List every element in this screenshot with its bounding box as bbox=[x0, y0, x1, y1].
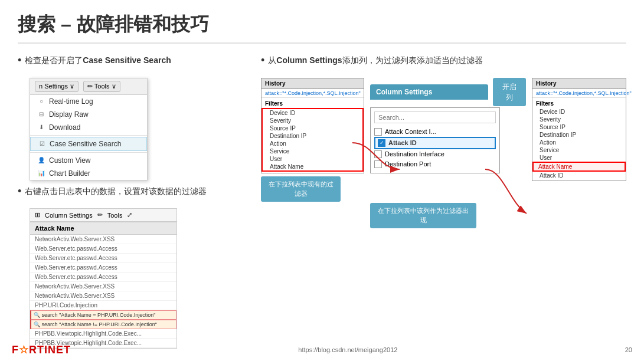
tools-label: Tools bbox=[107, 212, 123, 219]
annotation1-text: 在下拉列表中现有的过滤器 bbox=[269, 180, 334, 198]
col-settings-title-text: Column Settings bbox=[376, 88, 432, 96]
right-filters-label: Filters bbox=[532, 99, 626, 108]
bullet2-text: 右键点击日志表中的数据，设置对该数据的过滤器 bbox=[25, 186, 207, 196]
annotation-filters: 在下拉列表中现有的过滤器 bbox=[261, 176, 341, 202]
menu-item-download[interactable]: ⬇ Download bbox=[30, 121, 147, 134]
bullet-text-2: 右键点击日志表中的数据，设置对该数据的过滤器 bbox=[25, 185, 207, 198]
footer: F☆RTINET https://blog.csdn.net/meigang20… bbox=[0, 343, 644, 356]
checkbox-label-attackid: Attack ID bbox=[388, 139, 417, 146]
rf-attack-name: Attack Name bbox=[532, 162, 626, 172]
annotation-col-filter: 在下拉列表中该列作为过滤器出现 bbox=[370, 203, 476, 228]
rb-bold: Column Settings bbox=[276, 55, 342, 65]
bullet-1: • 检查是否开启了Case Sensitive Search bbox=[18, 54, 243, 67]
col-settings-header-row: Column Settings 开启列 bbox=[370, 78, 526, 106]
footer-logo: F☆RTINET bbox=[12, 343, 71, 356]
right-history-panel: History attack="*.Code.Injection,*.SQL.I… bbox=[532, 78, 626, 181]
table-row: PHPBB.Viewtopic.Highlight.Code.Exec... bbox=[30, 329, 176, 339]
checkbox-label: Attack Context I... bbox=[385, 128, 436, 135]
checkbox-dest-interface: Destination Interface bbox=[374, 149, 496, 159]
bullet1-prefix: 检查是否开启了 bbox=[25, 55, 83, 65]
bullet1-bold: Case Sensitive Search bbox=[83, 55, 171, 65]
checkbox-icon2[interactable] bbox=[374, 150, 382, 158]
table-row: NetworkActiv.Web.Server.XSS bbox=[30, 235, 176, 244]
settings-btn-label: n Settings ∨ bbox=[39, 83, 74, 90]
table-row: Web.Server.etc.passwd.Access bbox=[30, 273, 176, 282]
expand-icon: ⤢ bbox=[127, 211, 132, 219]
checkbox-icon: ☑ bbox=[38, 140, 46, 148]
col-settings-bar: ⊞ Column Settings ✏ Tools ⤢ bbox=[30, 208, 177, 222]
right-history-header: History bbox=[532, 78, 626, 89]
bullet-2: • 右键点击日志表中的数据，设置对该数据的过滤器 bbox=[18, 185, 243, 198]
col-settings-label: Column Settings bbox=[45, 212, 93, 219]
bullet-dot-2: • bbox=[18, 185, 21, 198]
col-settings-search[interactable] bbox=[374, 111, 496, 123]
menu-item-label: Custom View bbox=[49, 156, 90, 165]
filter-attack-name: Attack Name bbox=[263, 163, 362, 170]
realtime-icon: ○ bbox=[37, 97, 45, 106]
checkbox-label3: Destination Port bbox=[385, 160, 431, 168]
customview-icon: 👤 bbox=[37, 156, 45, 165]
menu-tools-btn[interactable]: ✏ Tools ∨ bbox=[83, 81, 120, 92]
checkbox-icon3[interactable] bbox=[374, 160, 382, 168]
annotation-open-text: 开启列 bbox=[502, 83, 516, 101]
filters-label: Filters bbox=[261, 99, 364, 108]
annotation2-text: 在下拉列表中该列作为过滤器出现 bbox=[378, 207, 469, 224]
footer-page: 20 bbox=[625, 346, 632, 353]
menu-item-label: Download bbox=[49, 123, 80, 132]
footer-url: https://blog.csdn.net/meigang2012 bbox=[298, 346, 397, 353]
table-row: PHP.URI.Code.Injection bbox=[30, 301, 176, 310]
menu-item-displayraw[interactable]: ⊟ Display Raw bbox=[30, 108, 147, 121]
filter-action: Action bbox=[263, 140, 362, 147]
menu-item-casesensitive[interactable]: ☑ Case Sensitive Search bbox=[30, 137, 147, 151]
history-filters-panel: History attack="*.Code.Injection,*.SQL.I… bbox=[261, 78, 364, 228]
tools-btn-label: ✏ Tools ∨ bbox=[87, 83, 116, 90]
col-settings-icon: ⊞ bbox=[35, 211, 40, 219]
right-history-panel-container: History attack="*.Code.Injection,*.SQL.I… bbox=[532, 78, 626, 228]
search-row-1[interactable]: 🔍 search "Attack Name = PHP.URI.Code.Inj… bbox=[30, 310, 176, 320]
checkbox-attack-context: Attack Context I... bbox=[374, 127, 496, 137]
rf-dest-ip: Destination IP bbox=[532, 131, 626, 139]
checkbox-icon-checked[interactable]: ✓ bbox=[378, 139, 385, 147]
data-table: Attack Name NetworkActiv.Web.Server.XSS … bbox=[30, 222, 177, 349]
rf-device-id: Device ID bbox=[532, 108, 626, 116]
filter-items-panel: Device ID Severity Source IP Destination… bbox=[261, 108, 364, 172]
table-row: NetworkActiv.Web.Server.XSS bbox=[30, 282, 176, 291]
checkbox-icon[interactable] bbox=[374, 128, 382, 136]
checkbox-dest-port: Destination Port bbox=[374, 159, 496, 169]
page-title: 搜索 – 故障排错和技巧 bbox=[18, 12, 626, 44]
search-row-2[interactable]: 🔍 search "Attack Name != PHP.URI.Code.In… bbox=[30, 320, 176, 329]
download-icon: ⬇ bbox=[37, 123, 45, 132]
displayraw-icon: ⊟ bbox=[37, 110, 45, 119]
right-filters-section: Filters Device ID Severity Source IP Des… bbox=[532, 98, 626, 180]
menu-item-label: Display Raw bbox=[49, 110, 89, 119]
menu-settings-btn[interactable]: n Settings ∨ bbox=[35, 81, 79, 92]
rf-user: User bbox=[532, 154, 626, 162]
menu-item-realtime[interactable]: ○ Real-time Log bbox=[30, 95, 147, 108]
annotation-open-col: 开启列 bbox=[493, 78, 526, 106]
history-header: History bbox=[261, 78, 364, 89]
filter-dest-ip: Destination IP bbox=[263, 132, 362, 140]
history-panel: History attack="*.Code.Injection,*.SQL.I… bbox=[261, 78, 364, 173]
bullet-text-1: 检查是否开启了Case Sensitive Search bbox=[25, 54, 171, 67]
history-query: attack="*.Code.Injection,*.SQL.Injection… bbox=[261, 89, 364, 98]
menu-divider bbox=[30, 135, 147, 136]
rb-suffix: 添加列，为过滤列表添加适当的过滤器 bbox=[342, 55, 483, 65]
menu-item-chartbuilder[interactable]: 📊 Chart Builder bbox=[30, 167, 147, 180]
chartbuilder-icon: 📊 bbox=[37, 169, 45, 178]
big-screenshot-area: History attack="*.Code.Injection,*.SQL.I… bbox=[261, 78, 626, 228]
filter-user: User bbox=[263, 155, 362, 163]
table-row: NetworkActiv.Web.Server.XSS bbox=[30, 291, 176, 301]
menu-divider2 bbox=[30, 152, 147, 153]
table-row: Web.Server.etc.passwd.Access bbox=[30, 254, 176, 263]
col-settings-container: Column Settings 开启列 Attack Context I... bbox=[370, 78, 526, 228]
menu-item-label: Real-time Log bbox=[49, 97, 93, 106]
menu-item-customview[interactable]: 👤 Custom View bbox=[30, 154, 147, 167]
menu-item-label: Case Sensitive Search bbox=[50, 140, 121, 148]
table-row: Web.Server.etc.passwd.Access bbox=[30, 263, 176, 273]
filters-section: Filters Device ID Severity Source IP Des… bbox=[261, 98, 364, 173]
menu-item-label: Chart Builder bbox=[49, 169, 90, 178]
menu-screenshot: n Settings ∨ ✏ Tools ∨ ○ Real-time Log ⊟… bbox=[30, 78, 148, 180]
rf-attack-id: Attack ID bbox=[532, 172, 626, 179]
right-bullet-text: 从Column Settings添加列，为过滤列表添加适当的过滤器 bbox=[268, 54, 482, 67]
filter-device-id: Device ID bbox=[263, 109, 362, 117]
